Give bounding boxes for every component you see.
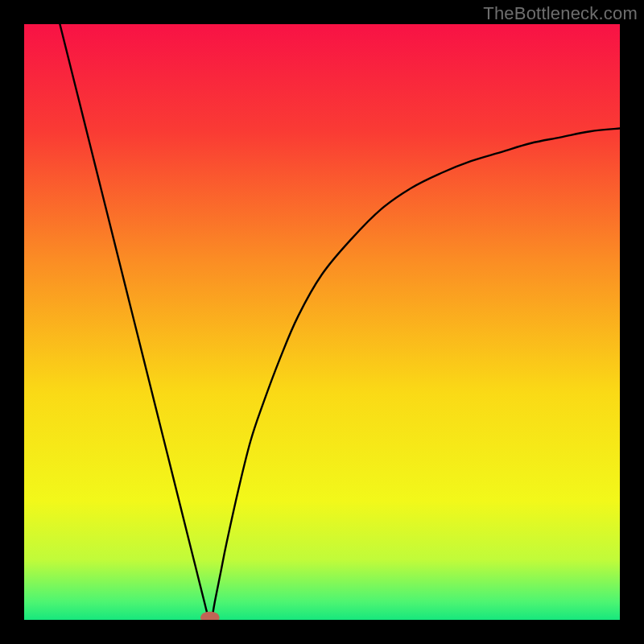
plot-area [24, 24, 620, 620]
watermark-label: TheBottleneck.com [483, 3, 638, 24]
chart-svg [24, 24, 620, 620]
gradient-background [24, 24, 620, 620]
chart-frame: TheBottleneck.com [0, 0, 644, 644]
